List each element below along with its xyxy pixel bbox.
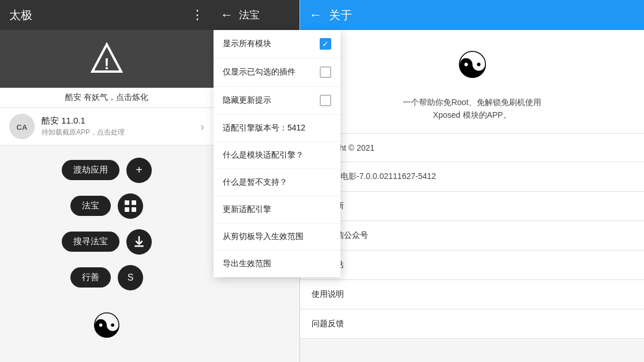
app-row[interactable]: CA 酷安 11.0.1 待卸载截原APP，点击处理 › [0,108,214,145]
svg-text:S: S [128,273,134,282]
about-yin-yang-icon: ☯ [456,44,489,87]
dropdown-item-not-support[interactable]: 什么是暂不支持？ [214,169,340,196]
dropdown-menu: 显示所有模块 ✓ 仅显示已勾选的插件 隐藏更新提示 适配引擎版本号：5412 什… [214,30,340,277]
right-content: ☯ 一个帮助你免Root、免解锁免刷机使用Xposed 模块的APP。 Copy… [300,30,644,362]
btn-good-label: 行善 [70,267,111,288]
dropdown-not-support-label: 什么是暂不支持？ [223,177,287,188]
btn-rescue-label: 渡劫应用 [62,160,119,180]
about-website[interactable]: 官方网站 [300,251,644,280]
left-title: 太极 [9,8,32,23]
app-info: 酷安 11.0.1 待卸载截原APP，点击处理 [42,115,200,137]
right-title: 关于 [329,8,352,23]
action-btn-good[interactable]: 行善 S [70,265,143,290]
left-header: 太极 ⋮ [0,0,214,30]
warning-banner: ! [0,30,214,88]
btn-fabao-icon [118,193,143,219]
btn-search-icon [126,229,152,255]
grid-icon [124,200,137,212]
about-wechat[interactable]: 关注微信公众号 [300,221,644,251]
menu-dots-icon[interactable]: ⋮ [191,8,204,23]
right-panel: ← 关于 ☯ 一个帮助你免Root、免解锁免刷机使用Xposed 模块的APP。… [300,0,644,362]
right-back-icon[interactable]: ← [309,8,322,23]
download-icon [133,236,145,248]
btn-good-icon: S [118,265,143,290]
middle-title: 法宝 [239,8,260,22]
about-check-update[interactable]: 检查更新 [300,192,644,221]
svg-text:CA: CA [17,123,28,132]
yin-yang-bottom-icon: ☯ [91,305,122,346]
app-name: 酷安 11.0.1 [42,115,200,126]
middle-panel: ← 法宝 钉钉助手 钉钉工具 显示所有模块 ✓ 仅显示已勾选的插件 隐藏更新提示 [214,0,300,362]
warning-triangle-icon: ! [89,42,124,76]
dropdown-import-clipboard-label: 从剪切板导入生效范围 [223,232,304,242]
svg-rect-4 [125,200,129,205]
dropdown-update-engine-label: 更新适配引擎 [223,204,271,215]
about-logo-area: ☯ 一个帮助你免Root、免解锁免刷机使用Xposed 模块的APP。 [300,30,644,134]
btn-rescue-icon: + [126,158,152,183]
dropdown-item-show-all[interactable]: 显示所有模块 ✓ [214,30,340,58]
about-feedback[interactable]: 问题反馈 [300,309,644,339]
dropdown-item-only-checked[interactable]: 仅显示已勾选的插件 [214,58,340,87]
checkbox-show-all[interactable]: ✓ [320,38,331,50]
dollar-icon: S [124,271,137,284]
checkbox-hide-update[interactable] [320,95,331,106]
action-btn-fabao[interactable]: 法宝 [70,193,143,219]
buttons-area: 渡劫应用 + 法宝 搜寻法宝 行 [0,145,214,362]
svg-rect-7 [132,207,136,212]
about-version: 版本号: 电影-7.0.0.02111627-5412 [300,162,644,192]
svg-rect-5 [132,200,136,205]
middle-back-icon[interactable]: ← [220,8,233,23]
btn-search-label: 搜寻法宝 [62,232,119,252]
app-logo-icon: CA [9,114,35,139]
about-copyright: Copyright © 2021 [300,134,644,162]
dropdown-version-label: 适配引擎版本号：5412 [223,123,305,133]
app-sub: 待卸载截原APP，点击处理 [42,128,200,137]
svg-text:!: ! [104,55,109,73]
dropdown-item-hide-update[interactable]: 隐藏更新提示 [214,87,340,115]
dropdown-item-what-engine[interactable]: 什么是模块适配引擎？ [214,142,340,169]
app-chevron-icon: › [200,120,204,133]
action-btn-rescue[interactable]: 渡劫应用 + [62,158,152,183]
svg-rect-6 [125,207,129,212]
dropdown-export-label: 导出生效范围 [223,259,271,269]
dropdown-show-all-label: 显示所有模块 [223,39,271,49]
middle-header: ← 法宝 [214,0,299,30]
dropdown-item-update-engine[interactable]: 更新适配引擎 [214,196,340,223]
dropdown-only-checked-label: 仅显示已勾选的插件 [223,67,295,77]
action-btn-search[interactable]: 搜寻法宝 [62,229,152,255]
dropdown-item-export[interactable]: 导出生效范围 [214,251,340,277]
about-desc: 一个帮助你免Root、免解锁免刷机使用Xposed 模块的APP。 [403,96,541,122]
dropdown-hide-update-label: 隐藏更新提示 [223,95,271,106]
dropdown-item-import-clipboard[interactable]: 从剪切板导入生效范围 [214,223,340,251]
checkbox-only-checked[interactable] [320,66,331,78]
about-manual[interactable]: 使用说明 [300,280,644,309]
btn-fabao-label: 法宝 [70,196,111,216]
dropdown-item-version: 适配引擎版本号：5412 [214,115,340,142]
svg-rect-8 [134,245,144,247]
app-icon: CA [9,114,35,139]
warning-text[interactable]: 酷安 有妖气，点击炼化 [0,88,214,108]
left-panel: 太极 ⋮ ! 酷安 有妖气，点击炼化 CA 酷安 11.0.1 待卸载截原APP… [0,0,214,362]
dropdown-what-engine-label: 什么是模块适配引擎？ [223,150,304,161]
right-header: ← 关于 [300,0,644,30]
